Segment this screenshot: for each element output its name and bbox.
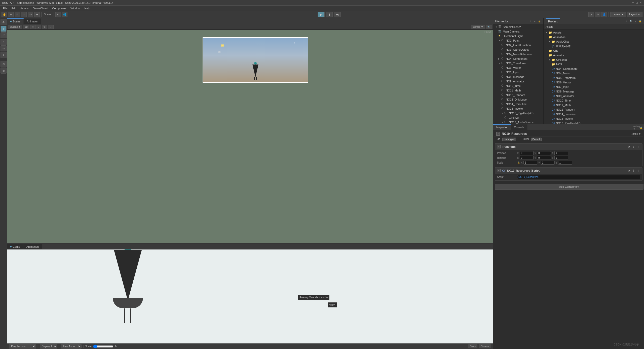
proj-no14[interactable]: C# NO14_coroutine <box>544 112 644 116</box>
rotate-tool[interactable]: ↺ <box>1 32 7 38</box>
shading-btn[interactable]: Shaded ▼ <box>8 25 22 29</box>
menu-help[interactable]: Help <box>82 6 92 11</box>
sc-y-field[interactable] <box>541 161 555 165</box>
transform-rect-btn[interactable]: ▭ <box>28 12 33 17</box>
proj-no12[interactable]: C# NO12_Random <box>544 107 644 112</box>
minimize-btn[interactable]: ─ <box>632 1 634 4</box>
game-display-num-select[interactable]: Display 1 Display 2 <box>40 344 57 348</box>
proj-no16inv[interactable]: C# NO16_Invoke <box>544 116 644 121</box>
layers-dropdown[interactable]: Layers ▼ <box>610 12 626 17</box>
transform-rotate-btn[interactable]: ↺ <box>15 12 20 17</box>
hierarchy-no8[interactable]: ⬡ NO8_Message <box>493 75 543 79</box>
hierarchy-no17[interactable]: ▼ ⬡ NO17_AudioSource <box>493 120 543 124</box>
hierarchy-no7[interactable]: ⬡ NO7_Input <box>493 70 543 75</box>
hierarchy-no9[interactable]: ⬡ NO9_Animator <box>493 79 543 84</box>
hierarchy-no16rb[interactable]: ▼ ⬡ NO16_Rigidbody2D <box>493 111 543 115</box>
tab-scene[interactable]: Scene <box>7 18 24 24</box>
menu-assets[interactable]: Assets <box>18 6 31 11</box>
hierarchy-main-camera[interactable]: 📷 Main Camera <box>493 29 543 34</box>
hierarchy-no6[interactable]: ⬡ NO6_Vector <box>493 66 543 70</box>
hierarchy-no12[interactable]: ⬡ NO12_Random <box>493 93 543 97</box>
step-button[interactable]: ⏭ <box>334 12 341 17</box>
proj-no9[interactable]: C# NO9_Animator <box>544 94 644 98</box>
sc-x-field[interactable] <box>523 161 537 165</box>
services-btn[interactable]: ⚙ <box>595 12 600 17</box>
view-tool[interactable]: 👁 <box>1 19 7 25</box>
proj-animation[interactable]: 📁 Animation <box>544 35 644 39</box>
game-display-select[interactable]: Play Focused Maximize on Play <box>9 344 36 348</box>
insp-lock-btn[interactable]: 🔒 <box>639 126 643 130</box>
search-scene-btn[interactable]: 🔍 <box>486 25 492 29</box>
project-add-btn[interactable]: + <box>624 19 628 23</box>
hierarchy-no4comp[interactable]: ▶ ⬡ NO4_Component <box>493 56 543 61</box>
scale-tool[interactable]: ⤡ <box>1 39 7 45</box>
collab-btn[interactable]: ☁ <box>588 12 594 17</box>
game-aspect-select[interactable]: Free Aspect 16:9 <box>61 344 82 348</box>
project-search-btn[interactable]: 🔍 <box>629 19 633 23</box>
transform-overflow-btn[interactable]: ⋮ <box>636 145 640 149</box>
audio-toggle-btn[interactable]: ♪ <box>36 25 41 29</box>
gizmos-btn[interactable]: Gizmos ▼ <box>471 25 485 29</box>
pos-x-field[interactable] <box>520 151 534 155</box>
tag-dropdown[interactable]: Untagged <box>502 138 516 141</box>
proj-audioclips[interactable]: ▼ 📁 AudioClips <box>544 39 644 44</box>
scene-viewport[interactable]: ✳ ❄ ✦ Persp <box>7 30 493 243</box>
proj-no3[interactable]: 📁 NO3 <box>544 62 644 67</box>
pos-z-field[interactable] <box>554 151 568 155</box>
add-component-button[interactable]: Add Component <box>495 184 643 190</box>
proj-csharp[interactable]: ▼ 📁 C#Script <box>544 57 644 62</box>
script-help-btn[interactable]: ? <box>631 169 635 173</box>
hierarchy-no3[interactable]: ⬡ NO3_GameObject <box>493 47 543 52</box>
proj-no10[interactable]: C# NO10_Time <box>544 98 644 103</box>
snap2-tool[interactable]: ⊞ <box>1 68 7 74</box>
hierarchy-no1[interactable]: ▼ ⬡ NO1_Point <box>493 38 543 43</box>
rot-x-field[interactable] <box>520 156 534 160</box>
pivot-center-btn[interactable]: ⊙ <box>55 12 61 17</box>
rect-tool[interactable]: ▭ <box>1 45 7 51</box>
proj-assets[interactable]: ▼ 📁 Assets <box>544 30 644 35</box>
tab-console[interactable]: Console <box>511 124 527 130</box>
global-local-btn[interactable]: 🌐 <box>62 12 67 17</box>
obj-active-checkbox[interactable] <box>496 132 500 136</box>
menu-edit[interactable]: Edit <box>10 6 18 11</box>
menu-file[interactable]: File <box>1 6 10 11</box>
move-tool[interactable]: ✛ <box>1 26 7 32</box>
hierarchy-no13[interactable]: ⬡ NO13_OnMouse <box>493 97 543 102</box>
hierarchy-no14[interactable]: ⬡ NO14_Coroutine <box>493 102 543 106</box>
pos-y-field[interactable] <box>537 151 551 155</box>
fx-toggle-btn[interactable]: fx <box>42 25 47 29</box>
menu-gameobject[interactable]: GameObject <box>31 6 50 11</box>
2d-btn[interactable]: 2D <box>23 25 29 29</box>
hierarchy-no2[interactable]: ⬡ NO2_EventFunction <box>493 43 543 47</box>
maximize-btn[interactable]: □ <box>636 1 638 4</box>
script-name-field[interactable]: NO19_Resources <box>517 175 640 179</box>
layout-dropdown[interactable]: Layout ▼ <box>627 12 642 17</box>
transform-move-btn[interactable]: ⊕ <box>8 12 14 17</box>
transform-hand-btn[interactable]: ✋ <box>2 12 7 17</box>
close-btn[interactable]: ✕ <box>640 1 642 4</box>
proj-animator[interactable]: 📁 Animator <box>544 53 644 57</box>
scene-view-menu[interactable]: ⋮ <box>48 25 54 29</box>
tab-inspector[interactable]: Inspector <box>493 124 511 130</box>
transform-settings-btn[interactable]: ⚙ <box>627 145 631 149</box>
hierarchy-scene-root[interactable]: ▼ 🎬 SampleScene* <box>493 25 543 29</box>
multi-tool[interactable]: ✦ <box>1 52 7 58</box>
hierarchy-menu-btn[interactable]: ≡ <box>533 19 537 23</box>
transform-multi-btn[interactable]: ✦ <box>34 12 40 17</box>
pause-button[interactable]: ⏸ <box>326 12 333 17</box>
rot-z-field[interactable] <box>554 156 568 160</box>
sc-z-field[interactable] <box>558 161 572 165</box>
play-button[interactable]: ▶ <box>318 12 325 17</box>
proj-no6[interactable]: C# NO6_Vector <box>544 80 644 85</box>
snap-tool[interactable]: ⊡ <box>1 61 7 67</box>
hierarchy-no10[interactable]: ⬡ NO10_Time <box>493 84 543 88</box>
proj-no7[interactable]: C# NO7_Input <box>544 85 644 89</box>
proj-gris[interactable]: 📁 Gris <box>544 48 644 53</box>
script-checkbox[interactable] <box>497 169 501 172</box>
menu-component[interactable]: Component <box>50 6 68 11</box>
transform-checkbox[interactable] <box>497 145 501 148</box>
light-toggle-btn[interactable]: ☀ <box>30 25 36 29</box>
script-settings-btn[interactable]: ⚙ <box>627 169 631 173</box>
hierarchy-dir-light[interactable]: ☀ Directional Light <box>493 34 543 38</box>
tab-animation[interactable]: Animation <box>23 244 42 249</box>
